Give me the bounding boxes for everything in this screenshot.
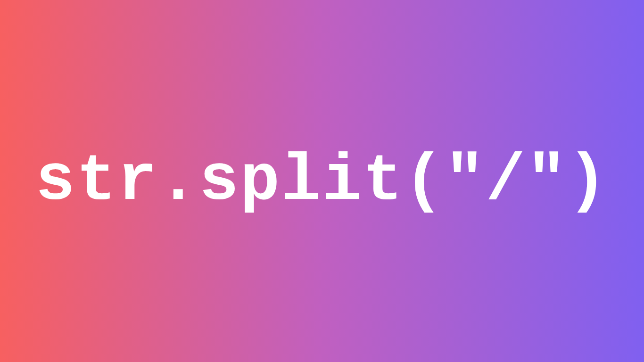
code-snippet-text: str.split("/") [35,144,608,219]
